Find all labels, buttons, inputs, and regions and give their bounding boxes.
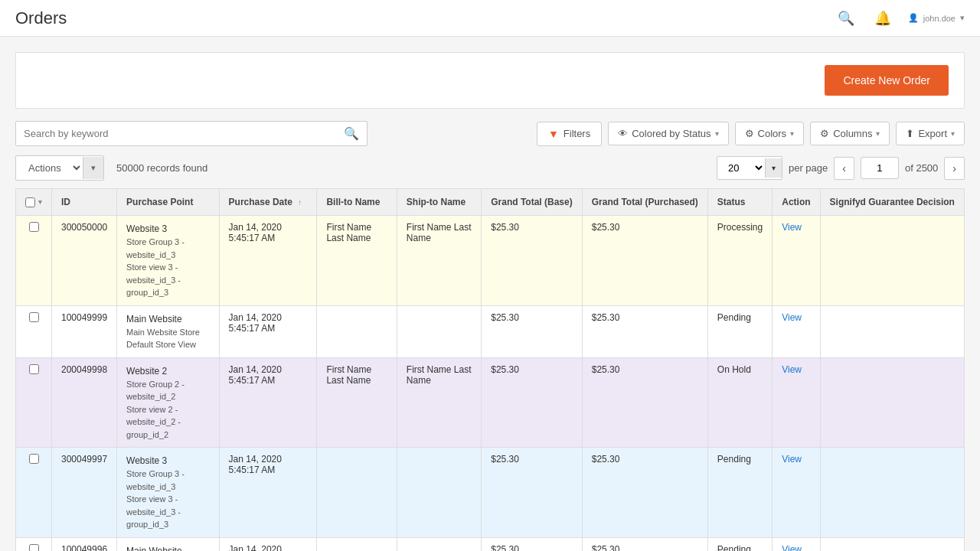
cell-grand-total-purchased: $25.30 bbox=[582, 537, 707, 551]
grand-total-base: $25.30 bbox=[491, 454, 519, 465]
columns-button[interactable]: ⚙ Columns ▾ bbox=[810, 122, 890, 145]
view-link[interactable]: View bbox=[782, 544, 802, 552]
cell-id: 100049996 bbox=[52, 537, 117, 551]
notifications-icon-btn[interactable]: 🔔 bbox=[871, 7, 894, 30]
actions-left: Actions ▾ 50000 records found bbox=[15, 155, 207, 181]
purchase-point-sub1: Store Group 3 - website_id_3 bbox=[126, 468, 210, 493]
select-all-arrow[interactable]: ▾ bbox=[38, 198, 42, 206]
purchase-point-info: Website 3 Store Group 3 - website_id_3 S… bbox=[126, 222, 210, 299]
view-link[interactable]: View bbox=[782, 312, 802, 323]
actions-select[interactable]: Actions bbox=[16, 156, 83, 180]
create-order-bar: Create New Order bbox=[15, 52, 965, 109]
filters-button[interactable]: ▼ Filters bbox=[537, 122, 602, 146]
cell-id: 300049997 bbox=[52, 448, 117, 538]
orders-table-container: ▾ ID Purchase Point Purchase Date ↑ Bill… bbox=[15, 188, 965, 551]
table-row: 100049996 Main Website Main Website Stor… bbox=[16, 537, 965, 551]
cell-purchase-date: Jan 14, 2020 5:45:17 AM bbox=[219, 357, 317, 448]
actions-dropdown: Actions ▾ bbox=[15, 155, 104, 181]
row-checkbox-cell bbox=[16, 305, 52, 357]
user-menu[interactable]: 👤 john.doe ▾ bbox=[908, 13, 965, 23]
select-all-checkbox[interactable] bbox=[25, 197, 35, 207]
export-button[interactable]: ⬆ Export ▾ bbox=[896, 122, 965, 145]
purchase-point-sub1: Store Group 2 - website_id_2 bbox=[126, 378, 210, 403]
row-checkbox[interactable] bbox=[29, 222, 39, 232]
order-id: 300049997 bbox=[61, 454, 107, 465]
ship-to-name: First Name Last Name bbox=[407, 222, 472, 243]
cell-grand-total-purchased: $25.30 bbox=[582, 305, 707, 357]
purchase-point-sub2: Default Store View bbox=[126, 338, 210, 351]
colors-button[interactable]: ⚙ Colors ▾ bbox=[735, 122, 805, 145]
th-status: Status bbox=[707, 189, 772, 216]
cell-purchase-point: Website 2 Store Group 2 - website_id_2 S… bbox=[117, 357, 220, 448]
purchase-date: Jan 14, 2020 5:45:17 AM bbox=[229, 222, 282, 243]
purchase-point-info: Main Website Main Website Store Default … bbox=[126, 312, 210, 351]
cell-status: Processing bbox=[707, 216, 772, 306]
chevron-down-icon-3: ▾ bbox=[876, 129, 880, 138]
export-icon: ⬆ bbox=[906, 128, 914, 139]
view-link[interactable]: View bbox=[782, 222, 802, 233]
cell-purchase-point: Main Website Main Website Store Default … bbox=[117, 537, 220, 551]
page-title: Orders bbox=[15, 8, 67, 28]
table-row: 200049998 Website 2 Store Group 2 - webs… bbox=[16, 357, 965, 448]
purchase-point-main: Main Website bbox=[126, 312, 210, 326]
row-checkbox[interactable] bbox=[29, 544, 39, 552]
grand-total-purchased: $25.30 bbox=[592, 544, 620, 552]
row-checkbox[interactable] bbox=[29, 454, 39, 464]
eye-icon: 👁 bbox=[618, 128, 628, 139]
actions-dropdown-arrow[interactable]: ▾ bbox=[83, 157, 103, 179]
cell-signifyd bbox=[820, 448, 964, 538]
search-input[interactable] bbox=[24, 128, 344, 139]
th-checkbox: ▾ bbox=[16, 189, 52, 216]
row-checkbox[interactable] bbox=[29, 364, 39, 374]
purchase-point-main: Main Website bbox=[126, 544, 210, 552]
username: john.doe bbox=[923, 14, 956, 23]
pagination-next-button[interactable]: › bbox=[944, 157, 965, 180]
cell-grand-total-base: $25.30 bbox=[482, 305, 582, 357]
cell-action: View bbox=[773, 305, 820, 357]
status-badge: Processing bbox=[717, 222, 763, 233]
th-grand-total-base: Grand Total (Base) bbox=[482, 189, 582, 216]
per-page-label: per page bbox=[789, 162, 828, 174]
cell-status: Pending bbox=[707, 448, 772, 538]
cell-purchase-point: Main Website Main Website Store Default … bbox=[117, 305, 220, 357]
th-grand-total-purchased: Grand Total (Purchased) bbox=[582, 189, 707, 216]
cell-bill-to-name bbox=[317, 448, 397, 538]
th-action: Action bbox=[773, 189, 820, 216]
cell-signifyd bbox=[820, 537, 964, 551]
row-checkbox-cell bbox=[16, 448, 52, 538]
create-new-order-button[interactable]: Create New Order bbox=[825, 65, 949, 96]
grand-total-purchased: $25.30 bbox=[592, 454, 620, 465]
page-number-input[interactable] bbox=[861, 157, 899, 179]
row-checkbox[interactable] bbox=[29, 312, 39, 322]
orders-table: ▾ ID Purchase Point Purchase Date ↑ Bill… bbox=[15, 188, 965, 551]
per-page-select: 20 50 100 200 ▾ bbox=[717, 156, 782, 180]
status-badge: On Hold bbox=[717, 364, 751, 375]
colors-label: Colors bbox=[758, 128, 787, 139]
search-icon[interactable]: 🔍 bbox=[344, 126, 359, 141]
order-id: 100049996 bbox=[61, 544, 107, 552]
chevron-down-icon: ▾ bbox=[715, 129, 719, 138]
cell-ship-to-name: First Name Last Name bbox=[397, 357, 481, 448]
cell-grand-total-purchased: $25.30 bbox=[582, 448, 707, 538]
cell-signifyd bbox=[820, 216, 964, 306]
view-link[interactable]: View bbox=[782, 364, 802, 375]
grand-total-purchased: $25.30 bbox=[592, 312, 620, 323]
ship-to-name: First Name Last Name bbox=[407, 364, 472, 386]
colors-icon: ⚙ bbox=[745, 128, 754, 139]
grand-total-base: $25.30 bbox=[491, 222, 519, 233]
cell-status: On Hold bbox=[707, 357, 772, 448]
colored-by-status-button[interactable]: 👁 Colored by Status ▾ bbox=[608, 122, 728, 145]
th-purchase-date[interactable]: Purchase Date ↑ bbox=[219, 189, 317, 216]
cell-status: Pending bbox=[707, 537, 772, 551]
search-icon-btn[interactable]: 🔍 bbox=[835, 7, 858, 30]
per-page-input[interactable]: 20 50 100 200 bbox=[717, 157, 765, 179]
purchase-date: Jan 14, 2020 5:45:17 AM bbox=[229, 364, 282, 386]
purchase-point-info: Main Website Main Website Store Default … bbox=[126, 544, 210, 552]
table-row: 300050000 Website 3 Store Group 3 - webs… bbox=[16, 216, 965, 306]
status-badge: Pending bbox=[717, 312, 751, 323]
view-link[interactable]: View bbox=[782, 454, 802, 465]
table-row: 300049997 Website 3 Store Group 3 - webs… bbox=[16, 448, 965, 538]
cell-action: View bbox=[773, 448, 820, 538]
pagination-prev-button[interactable]: ‹ bbox=[834, 157, 854, 180]
per-page-arrow[interactable]: ▾ bbox=[765, 158, 782, 178]
